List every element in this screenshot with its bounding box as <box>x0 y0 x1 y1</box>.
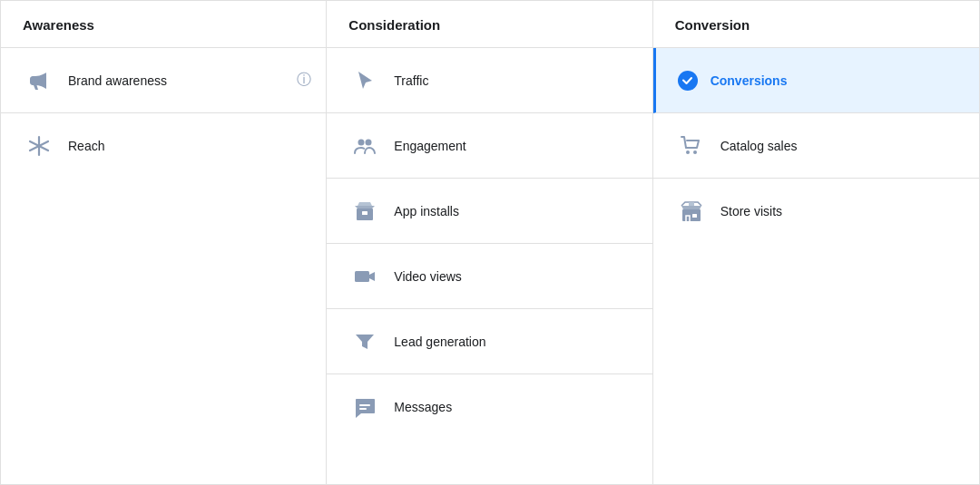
consideration-header: Consideration <box>327 1 652 48</box>
app-installs-label: App installs <box>394 204 459 218</box>
brand-awareness-item[interactable]: Brand awareness ⓘ <box>1 48 326 113</box>
box-icon <box>348 195 381 228</box>
traffic-label: Traffic <box>394 73 428 88</box>
traffic-item[interactable]: Traffic <box>327 48 652 113</box>
consideration-column: Consideration Traffic Engagement <box>327 1 652 484</box>
engagement-item[interactable]: Engagement <box>327 113 652 179</box>
awareness-header: Awareness <box>1 1 326 48</box>
svg-rect-13 <box>692 214 697 218</box>
megaphone-icon <box>23 64 55 97</box>
store-visits-item[interactable]: Store visits <box>653 179 979 244</box>
svg-rect-14 <box>689 202 694 206</box>
store-visits-label: Store visits <box>720 204 782 218</box>
conversion-header: Conversion <box>653 1 979 48</box>
svg-point-4 <box>366 139 372 145</box>
catalog-sales-item[interactable]: Catalog sales <box>653 113 979 179</box>
people-icon <box>348 130 381 162</box>
svg-point-10 <box>686 150 690 154</box>
filter-icon <box>348 325 381 358</box>
check-circle-icon <box>678 71 698 91</box>
svg-rect-12 <box>682 209 701 221</box>
svg-point-3 <box>358 139 365 145</box>
awareness-column: Awareness Brand awareness ⓘ Reach <box>1 1 327 484</box>
brand-awareness-label: Brand awareness <box>68 73 167 88</box>
store-icon <box>675 195 708 228</box>
conversions-label: Conversions <box>710 73 788 88</box>
engagement-label: Engagement <box>394 139 466 153</box>
svg-rect-6 <box>362 211 368 215</box>
svg-point-11 <box>693 150 697 154</box>
reach-item[interactable]: Reach <box>1 113 326 179</box>
campaign-objective-grid: Awareness Brand awareness ⓘ Reach Cons <box>0 0 980 485</box>
catalog-sales-label: Catalog sales <box>720 139 798 153</box>
cart-icon <box>675 130 708 162</box>
chat-icon <box>348 391 381 423</box>
conversion-column: Conversion Conversions Catalog sales <box>653 1 979 484</box>
lead-generation-item[interactable]: Lead generation <box>327 309 652 374</box>
messages-label: Messages <box>394 400 452 414</box>
reach-label: Reach <box>68 139 104 153</box>
svg-rect-9 <box>359 408 367 410</box>
video-views-label: Video views <box>394 269 461 284</box>
info-icon[interactable]: ⓘ <box>297 71 311 90</box>
lead-generation-label: Lead generation <box>394 335 485 349</box>
svg-rect-7 <box>355 271 369 282</box>
video-views-item[interactable]: Video views <box>327 244 652 309</box>
cursor-icon <box>348 64 381 97</box>
conversions-item[interactable]: Conversions <box>653 48 979 113</box>
video-icon <box>348 260 381 293</box>
messages-item[interactable]: Messages <box>327 374 652 440</box>
app-installs-item[interactable]: App installs <box>327 179 652 244</box>
svg-rect-8 <box>359 404 370 406</box>
asterisk-icon <box>23 130 55 162</box>
